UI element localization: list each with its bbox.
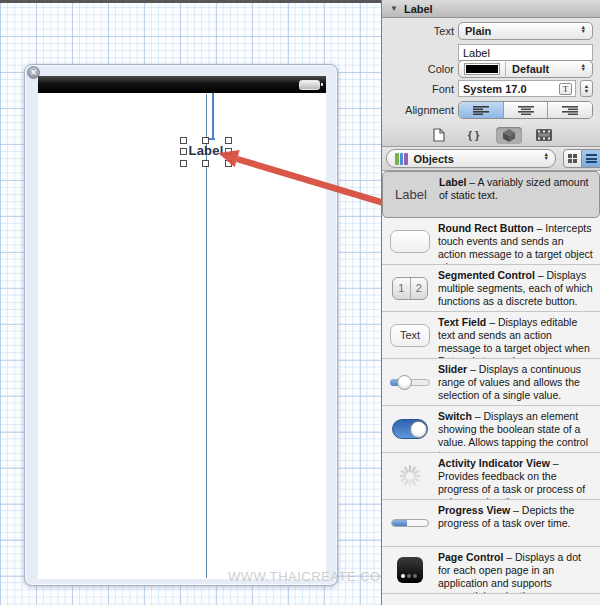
alignment-segmented-control — [458, 101, 593, 119]
resize-handle-tm[interactable] — [202, 137, 209, 144]
watermark: WWW.THAICREATE.COM — [228, 569, 392, 584]
view-content-area[interactable]: Label — [38, 93, 326, 579]
cube-icon — [501, 128, 517, 143]
library-item-title: Progress View — [438, 504, 510, 516]
segmented-control-icon: 12 — [382, 265, 438, 311]
align-left-icon — [473, 106, 489, 115]
utilities-panel: ▼ Label Text Plain ▲▼ Color Default ▲▼ — [381, 0, 600, 605]
objects-filter-bar: Objects ▲▼ — [382, 147, 600, 171]
library-item-title: Page Control — [438, 551, 503, 563]
pill-divider — [505, 62, 506, 76]
align-right-icon — [562, 106, 578, 115]
object-library-tab[interactable] — [496, 127, 522, 144]
list-view-button[interactable] — [582, 149, 600, 168]
slider-icon — [382, 359, 438, 405]
code-snippet-library-tab[interactable]: { } — [461, 127, 487, 144]
text-row: Text Plain ▲▼ — [382, 22, 600, 40]
library-item-switch[interactable]: Switch – Displays an element showing the… — [382, 406, 600, 453]
library-item-slider[interactable]: Slider – Displays a continuous range of … — [382, 359, 600, 406]
text-style-dropdown[interactable]: Plain ▲▼ — [458, 22, 593, 40]
activity-indicator-icon — [382, 453, 438, 499]
objects-dropdown[interactable]: Objects ▲▼ — [386, 149, 556, 168]
alignment-row: Alignment — [382, 101, 600, 119]
canvas-top-edge — [0, 0, 381, 3]
filmstrip-icon — [536, 129, 552, 141]
font-row: Font System 17.0 T ▲▼ — [382, 80, 600, 98]
braces-icon: { } — [468, 129, 480, 141]
resize-handle-bl[interactable] — [180, 160, 187, 167]
library-item-title: Text Field — [438, 316, 486, 328]
library-item-title: Label — [439, 176, 466, 188]
switch-icon — [382, 406, 438, 452]
resize-handle-ml[interactable] — [180, 148, 187, 155]
library-item-text-field[interactable]: Text Text Field – Displays editable text… — [382, 312, 600, 359]
battery-icon — [299, 80, 320, 90]
library-item-title: Round Rect Button — [438, 222, 534, 234]
stepper-icon: ▲▼ — [544, 152, 549, 161]
color-dropdown[interactable]: Default ▲▼ — [458, 60, 593, 78]
resize-handle-tl[interactable] — [180, 137, 187, 144]
view-mode-buttons — [563, 149, 600, 168]
progress-view-icon — [382, 500, 438, 546]
resize-handle-tr[interactable] — [225, 137, 232, 144]
text-field-icon: Text — [382, 312, 438, 358]
align-center-icon — [518, 106, 534, 115]
library-item-segmented-control[interactable]: 12 Segmented Control – Displays multiple… — [382, 265, 600, 312]
label-object-icon: Label — [383, 172, 439, 217]
align-right-button[interactable] — [547, 102, 592, 118]
view-controller-window[interactable]: ✕ Label — [24, 64, 338, 586]
stepper-icon: ▲▼ — [581, 63, 586, 72]
resize-handle-bm[interactable] — [202, 160, 209, 167]
align-left-button[interactable] — [459, 102, 503, 118]
inspector-section-header[interactable]: ▼ Label — [382, 0, 600, 18]
font-size-stepper[interactable]: ▲▼ — [580, 80, 593, 97]
disclosure-triangle-icon[interactable]: ▼ — [390, 4, 398, 13]
design-canvas[interactable]: ✕ Label W — [0, 0, 381, 605]
font-field[interactable]: System 17.0 T — [458, 80, 576, 97]
resize-handle-mr[interactable] — [225, 148, 232, 155]
library-item-progress-view[interactable]: Progress View – Depicts the progress of … — [382, 500, 600, 547]
media-library-tab[interactable] — [531, 127, 557, 144]
library-item-round-rect-button[interactable]: Round Rect Button – Intercepts touch eve… — [382, 218, 600, 265]
label-text-input[interactable] — [458, 44, 593, 61]
alignment-row-label: Alignment — [382, 104, 454, 116]
library-item-title: Activity Indicator View — [438, 457, 550, 469]
label-element-text[interactable]: Label — [183, 143, 229, 158]
library-item-title: Segmented Control — [438, 269, 535, 281]
page-control-icon — [382, 547, 438, 593]
library-item-title: Switch — [438, 410, 472, 422]
resize-handle-br[interactable] — [225, 160, 232, 167]
library-item-title: Slider — [438, 363, 467, 375]
align-center-button[interactable] — [503, 102, 548, 118]
text-row-label: Text — [382, 25, 454, 37]
grid-view-icon — [568, 154, 577, 163]
library-tab-bar: { } — [382, 124, 600, 147]
document-icon — [433, 128, 445, 142]
library-item-activity-indicator[interactable]: Activity Indicator View – Provides feedb… — [382, 453, 600, 500]
list-view-icon — [586, 154, 597, 163]
color-row: Color Default ▲▼ — [382, 60, 600, 78]
object-library-list: Label Label – A variably sized amount of… — [382, 171, 600, 605]
drag-guide-line — [212, 93, 214, 138]
file-template-library-tab[interactable] — [426, 127, 452, 144]
font-picker-button[interactable]: T — [559, 83, 572, 95]
xcode-interface-builder: ✕ Label W — [0, 0, 600, 605]
selected-label-element[interactable]: Label — [183, 140, 229, 164]
round-rect-button-icon — [382, 218, 438, 264]
library-books-icon — [395, 153, 408, 165]
stepper-icon: ▲▼ — [581, 25, 586, 34]
color-swatch[interactable] — [465, 64, 499, 74]
grid-view-button[interactable] — [563, 149, 582, 168]
library-item-page-control[interactable]: Page Control – Displays a dot for each o… — [382, 547, 600, 594]
status-bar — [38, 76, 326, 93]
library-item-label[interactable]: Label Label – A variably sized amount of… — [382, 171, 600, 218]
color-row-label: Color — [382, 63, 454, 75]
inspector-title: Label — [404, 3, 433, 15]
font-row-label: Font — [382, 83, 454, 95]
